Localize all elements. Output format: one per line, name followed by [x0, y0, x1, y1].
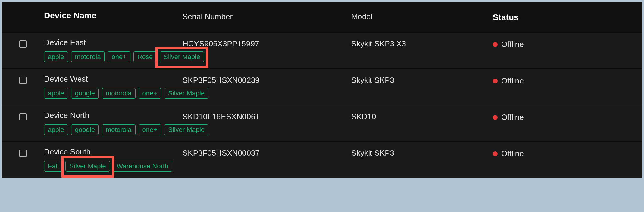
header-model[interactable]: Model — [351, 11, 493, 22]
checkbox-col — [2, 38, 44, 51]
tag[interactable]: one+ — [139, 124, 161, 135]
device-table-container: Device Name Serial Number Model Status D… — [2, 2, 642, 178]
tag[interactable]: apple — [44, 124, 68, 135]
row-checkbox[interactable] — [19, 40, 27, 48]
serial-number: SKP3F05HSXN00037 — [183, 147, 351, 161]
tag[interactable]: Rose — [133, 51, 157, 62]
header-serial-number[interactable]: Serial Number — [183, 11, 351, 22]
tag[interactable]: motorola — [102, 88, 136, 99]
device-table: Device Name Serial Number Model Status D… — [2, 2, 642, 178]
status-indicator-icon — [493, 79, 498, 83]
tag[interactable]: Silver Maple — [160, 51, 204, 62]
tags-row: applegooglemotorolaone+Silver Maple — [44, 124, 642, 135]
status-indicator-icon — [493, 42, 498, 47]
tag[interactable]: apple — [44, 51, 68, 62]
tags-row: applegooglemotorolaone+Silver Maple — [44, 88, 642, 99]
device-name[interactable]: Device West — [44, 74, 183, 84]
header-status[interactable]: Status — [493, 11, 642, 22]
tags-row: applemotorolaone+RoseSilver Maple — [44, 51, 642, 62]
model: SKD10 — [351, 111, 493, 124]
status-text: Offline — [501, 76, 524, 86]
table-row[interactable]: Device WestSKP3F05HSXN00239Skykit SKP3Of… — [2, 69, 642, 105]
checkbox-col — [2, 111, 44, 124]
tag[interactable]: Silver Maple — [164, 124, 208, 135]
device-name-col: Device East — [44, 38, 183, 51]
device-name[interactable]: Device East — [44, 38, 183, 47]
checkbox-col — [2, 147, 44, 161]
tag[interactable]: one+ — [108, 51, 130, 62]
status-text: Offline — [501, 40, 524, 49]
tag[interactable]: Silver Maple — [65, 161, 110, 172]
tag[interactable]: Silver Maple — [164, 88, 208, 99]
tags-row: FallSilver MapleWarehouse North — [44, 161, 642, 172]
row-checkbox[interactable] — [19, 77, 27, 84]
row-checkbox[interactable] — [19, 113, 27, 120]
tag[interactable]: motorola — [71, 51, 105, 62]
status-text: Offline — [501, 113, 524, 122]
serial-number: SKD10F16ESXN006T — [183, 111, 351, 124]
tag[interactable]: apple — [44, 88, 68, 99]
status-text: Offline — [501, 149, 524, 158]
tag[interactable]: one+ — [139, 88, 161, 99]
checkbox-col — [2, 74, 44, 88]
header-device-name[interactable]: Device Name — [44, 11, 183, 22]
tag[interactable]: google — [71, 124, 99, 135]
device-name-col: Device South — [44, 147, 183, 161]
tag[interactable]: Fall — [44, 161, 62, 172]
tag[interactable]: motorola — [102, 124, 136, 135]
tag[interactable]: google — [71, 88, 99, 99]
tag[interactable]: Warehouse North — [113, 161, 173, 172]
table-row[interactable]: Device NorthSKD10F16ESXN006TSKD10Offline… — [2, 105, 642, 142]
status-col: Offline — [493, 38, 642, 51]
device-name-col: Device North — [44, 111, 183, 124]
row-checkbox[interactable] — [19, 150, 27, 157]
table-row[interactable]: Device SouthSKP3F05HSXN00037Skykit SKP3O… — [2, 142, 642, 178]
table-header-row: Device Name Serial Number Model Status — [2, 2, 642, 33]
status-indicator-icon — [493, 151, 498, 156]
serial-number: HCYS905X3PP15997 — [183, 38, 351, 51]
device-name[interactable]: Device South — [44, 147, 183, 157]
device-name[interactable]: Device North — [44, 111, 183, 120]
model: Skykit SKP3 — [351, 147, 493, 161]
status-col: Offline — [493, 147, 642, 161]
model: Skykit SKP3 X3 — [351, 38, 493, 51]
status-indicator-icon — [493, 115, 498, 120]
serial-number: SKP3F05HSXN00239 — [183, 74, 351, 88]
status-col: Offline — [493, 111, 642, 124]
status-col: Offline — [493, 74, 642, 88]
model: Skykit SKP3 — [351, 74, 493, 88]
device-name-col: Device West — [44, 74, 183, 88]
table-row[interactable]: Device EastHCYS905X3PP15997Skykit SKP3 X… — [2, 33, 642, 69]
